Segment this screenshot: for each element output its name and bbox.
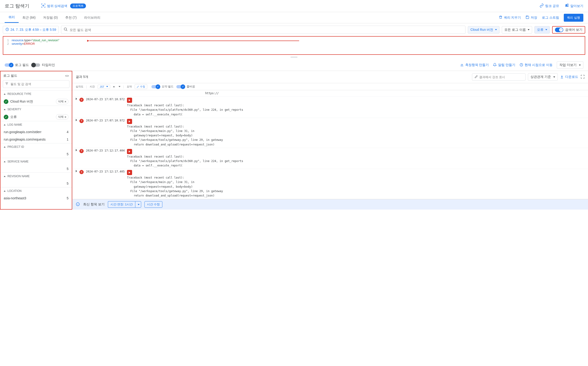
tabs-row: 쿼리 최근 (84) 저장됨 (0) 추천 (7) 라이브러리 쿼리 지우기 저… <box>0 12 588 23</box>
bell-icon <box>493 63 497 67</box>
log-row[interactable]: !!2024-07-23 17:12:17.404Traceback (most… <box>73 148 588 169</box>
summary-fields-toggle[interactable]: 요약 필드 <box>151 85 174 89</box>
controls-row: 로그 필드 타임라인 측정항목 만들기 알림 만들기 현재 시점으로 이동 작업… <box>0 60 588 71</box>
expand-icon[interactable] <box>76 149 77 151</box>
save-query[interactable]: 저장 <box>526 15 537 20</box>
section-header[interactable]: LOG NAME <box>0 121 72 128</box>
timestamp: 2024-07-23 17:12:17.404 <box>86 149 125 152</box>
highlight-input[interactable] <box>479 75 523 79</box>
download-button[interactable]: 다운로드 <box>560 75 578 79</box>
toggle-switch-off[interactable] <box>32 63 40 67</box>
scope-search-label: 범위 상세검색 <box>47 4 67 8</box>
tab-library[interactable]: 라이브러리 <box>80 13 104 23</box>
edit-time-button[interactable]: 시간 수정 <box>144 201 163 208</box>
link-share[interactable]: 링크 공유 <box>540 3 559 8</box>
link-icon <box>540 3 544 8</box>
time-range-picker[interactable]: 24. 7. 23. 오후 4:59 – 오후 5:59 <box>3 26 59 34</box>
section-header[interactable]: RESOURCE TYPE <box>0 90 72 98</box>
severity-error-icon: !! <box>79 119 84 123</box>
section-header[interactable]: SEVERITY <box>0 106 72 113</box>
cloudrun-icon <box>127 170 132 175</box>
search-input[interactable] <box>70 28 463 32</box>
log-row-partial[interactable]: https:// <box>73 90 588 97</box>
count-item[interactable]: 5 <box>0 150 72 158</box>
view-latest[interactable]: 최신 항목 보기 <box>83 202 104 206</box>
drag-handle[interactable] <box>0 55 588 60</box>
cloudrun-icon <box>127 98 132 103</box>
learn-link[interactable]: 알아보기 <box>565 3 583 8</box>
wrap-toggle[interactable]: 줄바꿈 <box>176 85 195 89</box>
filter-logname[interactable]: 모든 로그 이름 <box>502 26 532 34</box>
remove-pill[interactable]: 삭제× <box>56 99 68 104</box>
count-item[interactable]: 5 <box>0 180 72 187</box>
filter-row: 24. 7. 23. 오후 4:59 – 오후 5:59 Cloud Run 버… <box>0 23 588 36</box>
edit-chip[interactable]: 수정 <box>135 84 147 89</box>
log-row[interactable]: !!2024-07-23 17:12:17.405Traceback (most… <box>73 169 588 199</box>
expand-icon[interactable] <box>76 119 77 121</box>
extend-time-split: 시간 연장: 1시간 <box>108 201 141 208</box>
log-row[interactable]: !!2024-07-23 17:07:10.972Traceback (most… <box>73 97 588 118</box>
tab-saved[interactable]: 저장됨 (0) <box>39 13 61 23</box>
section-header[interactable]: PROJECT ID <box>0 143 72 150</box>
svg-point-2 <box>64 28 67 30</box>
log-message: Traceback (most recent call last): File … <box>127 155 243 168</box>
section-header[interactable]: LOCATION <box>0 187 72 194</box>
count-item[interactable]: run.googleapis.com/stderr4 <box>0 128 72 136</box>
correlate-dropdown[interactable]: 상관관계 기준 <box>528 73 558 81</box>
search-all-fields[interactable] <box>61 26 465 34</box>
more-actions[interactable]: 작업 더보기 <box>557 61 583 69</box>
sort-down-icon[interactable] <box>119 86 120 87</box>
log-message: Traceback (most recent call last): File … <box>127 103 243 117</box>
filter-cloudrun[interactable]: Cloud Run 버전 <box>468 26 499 34</box>
tab-recent[interactable]: 최근 (84) <box>19 13 39 23</box>
count-item[interactable]: asia-northeast35 <box>0 194 72 202</box>
run-query-button[interactable]: 쿼리 실행 <box>564 14 583 22</box>
count-item[interactable]: 5 <box>0 165 72 173</box>
highlight-input-wrap[interactable] <box>472 73 526 81</box>
results-panel: 결과 5개 상관관계 기준 다운로드 심각도 | 시간 <box>72 71 588 210</box>
panel-search[interactable] <box>3 80 69 88</box>
fullscreen-icon[interactable] <box>581 75 585 79</box>
scope-search[interactable]: 범위 상세검색 프로젝트 <box>41 3 86 9</box>
log-fields-toggle[interactable]: 로그 필드 <box>5 63 29 67</box>
log-row[interactable]: !!2024-07-23 17:07:10.972Traceback (most… <box>73 118 588 148</box>
tab-suggested[interactable]: 추천 (7) <box>61 13 80 23</box>
field-item[interactable]: ✓Cloud Run 버전삭제× <box>0 98 72 106</box>
tab-query[interactable]: 쿼리 <box>5 12 19 23</box>
section-header[interactable]: SERVICE NAME <box>0 158 72 165</box>
log-message: Traceback (most recent call last): File … <box>127 175 223 198</box>
toggle-switch-on[interactable] <box>5 63 13 67</box>
remove-pill[interactable]: 삭제× <box>56 114 68 120</box>
expand-icon[interactable] <box>76 98 77 100</box>
cloudrun-icon <box>127 119 132 124</box>
timeline-toggle[interactable]: 타임라인 <box>32 63 55 67</box>
annotation-arrow <box>87 39 301 49</box>
section-header[interactable]: REVISION NAME <box>0 173 72 180</box>
panel-search-input[interactable] <box>10 82 67 86</box>
chevron-down-icon <box>579 65 581 66</box>
extend-time-button[interactable]: 시간 연장: 1시간 <box>108 201 135 208</box>
book-icon <box>565 3 569 8</box>
timestamp: 2024-07-23 17:07:10.972 <box>86 98 125 101</box>
cloudrun-icon <box>127 149 132 154</box>
filter-severity[interactable]: 오류 <box>534 26 550 34</box>
timezone-chip[interactable]: JST <box>98 85 110 89</box>
field-item[interactable]: ✓오류삭제× <box>0 113 72 121</box>
col-severity: 심각도 <box>76 85 83 88</box>
expand-icon[interactable]: <> <box>65 74 69 78</box>
count-item[interactable]: run.googleapis.com/requests1 <box>0 136 72 143</box>
extend-time-dropdown[interactable] <box>135 201 141 208</box>
sort-up-icon[interactable] <box>113 86 115 87</box>
show-query-toggle[interactable]: 검색어 보기 <box>552 26 585 34</box>
jump-now[interactable]: 현재 시점으로 이동 <box>520 63 553 67</box>
pencil-icon <box>475 75 478 79</box>
toggle-switch-on[interactable] <box>555 28 563 32</box>
clear-query[interactable]: 쿼리 지우기 <box>499 15 521 20</box>
severity-error-icon: !! <box>79 170 84 174</box>
timestamp: 2024-07-23 17:12:17.405 <box>86 170 125 173</box>
expand-icon[interactable] <box>76 170 77 172</box>
query-editor[interactable]: 1resource.type="cloud_run_revision"2seve… <box>3 36 585 55</box>
create-alert[interactable]: 알림 만들기 <box>493 63 515 67</box>
log-stream[interactable]: 로그 스트림 <box>542 16 559 20</box>
create-metric[interactable]: 측정항목 만들기 <box>460 63 489 67</box>
